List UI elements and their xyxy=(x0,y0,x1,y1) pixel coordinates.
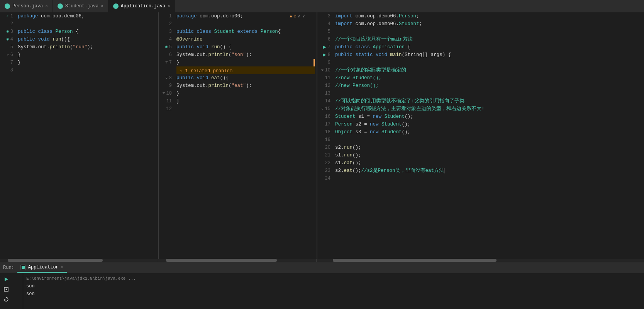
tab-bar: Person.java × Student.java × Application… xyxy=(0,0,644,12)
tab-label-application: Application.java xyxy=(121,3,165,9)
code-line-p1: package com.oop.demo06; xyxy=(18,12,156,20)
tab-label-student: Student.java xyxy=(65,3,98,9)
ln-a9: 9 xyxy=(317,59,330,66)
rerun-icon xyxy=(3,297,9,302)
bp-icon-3: ◉ xyxy=(7,28,9,36)
output-line-2: son xyxy=(26,290,641,298)
code-line-p7: } xyxy=(18,59,156,66)
ln-a7: ▶ 7 xyxy=(317,43,330,51)
code-line-p3: public class Person { xyxy=(18,28,156,36)
warn-icon: ⚠ xyxy=(180,68,182,74)
ln-s11: 11 xyxy=(159,97,172,105)
line-numbers-student: 1 2 3 4 ◉ 5 6 ▽ 7 ▽ 8 9 ▽ 10 1 xyxy=(159,12,175,259)
warn-area: ▲ 2 ∧ ∨ xyxy=(290,13,305,19)
code-line-a15: //对象能执行哪些方法，主要看对象左边的类型，和右边关系不大! xyxy=(335,105,642,113)
code-line-p5: System.out.println("run"); xyxy=(18,43,156,51)
ln-1: ✓1 xyxy=(0,12,13,20)
code-line-a12: //new Person(); xyxy=(335,82,642,90)
ln-a10: ▽ 10 xyxy=(317,66,330,74)
tab-close-application[interactable]: × xyxy=(168,4,170,8)
run-label: Run: xyxy=(0,265,17,270)
code-line-a5 xyxy=(335,28,642,36)
run-tab-icon xyxy=(20,265,26,270)
code-application: import com.oop.demo06.Person; import com… xyxy=(334,12,644,259)
code-line-a10: //一个对象的实际类型是确定的 xyxy=(335,66,642,74)
tab-label-person: Person.java xyxy=(12,3,43,9)
code-line-a8: public static void main(String[] args) { xyxy=(335,51,642,59)
code-line-a19 xyxy=(335,136,642,144)
ln-s12: 12 xyxy=(159,105,172,113)
bp-arrow-8: ▶ xyxy=(323,51,326,59)
ln-8: 8 xyxy=(0,66,13,74)
tab-icon-application xyxy=(113,3,119,9)
code-line-s7: } xyxy=(176,59,315,66)
scrollbar-row xyxy=(0,259,644,262)
run-tab[interactable]: Application × xyxy=(17,262,67,273)
bottom-output: E:\environment\java\jdk1.8\bin\java.exe … xyxy=(23,273,644,309)
rerun-button[interactable] xyxy=(2,295,11,304)
ln-s2: 2 xyxy=(159,20,172,28)
fold-icon-s7[interactable]: ▽ xyxy=(165,59,167,66)
warn-text: 1 related problem xyxy=(185,68,232,74)
tab-close-person[interactable]: × xyxy=(45,4,48,8)
ln-s9: 9 xyxy=(159,82,172,90)
code-line-a6: //一个项目应该只有一个main方法 xyxy=(335,36,642,43)
ln-s7: ▽ 7 xyxy=(159,59,172,66)
code-student: package com.oop.demo06; public class Stu… xyxy=(175,12,317,259)
ln-a14: 14 xyxy=(317,97,330,105)
stop-button[interactable] xyxy=(2,285,11,294)
bottom-panel: Run: Application × xyxy=(0,262,644,309)
ln-a6: 6 xyxy=(317,36,330,43)
scroll-thumb-1[interactable] xyxy=(8,259,102,262)
cmd-text: E:\environment\java\jdk1.8\bin\java.exe … xyxy=(26,276,136,281)
fold-icon-a15[interactable]: ▽ xyxy=(321,105,323,113)
fold-icon-s10[interactable]: ▽ xyxy=(163,90,164,97)
line-numbers-app: 3 4 5 6 ▶ 7 ▶ 8 9 ▽ 10 11 12 13 14 ▽ 15 xyxy=(317,12,334,259)
ln-6: ▽ 6 xyxy=(0,51,13,59)
bp-icon-4: ◉ xyxy=(7,36,9,43)
code-line-s9: System.out.println("eat"); xyxy=(176,82,315,90)
run-tab-close[interactable]: × xyxy=(61,265,64,270)
code-line-a11: //new Student(); xyxy=(335,74,642,82)
output-text-1: son xyxy=(26,284,35,289)
fold-icon-a10[interactable]: ▽ xyxy=(321,66,323,74)
run-button[interactable] xyxy=(2,275,11,284)
fold-icon-6[interactable]: ▽ xyxy=(7,51,8,59)
nav-down-icon[interactable]: ∨ xyxy=(302,13,305,19)
scroll-thumb-3[interactable] xyxy=(333,259,497,262)
warn-triangle-icon: ▲ xyxy=(290,14,292,19)
code-line-a23: s2.eat();//s2是Person类，里面没有eat方法 xyxy=(335,167,642,175)
tab-student[interactable]: Student.java × xyxy=(53,0,108,12)
tab-application[interactable]: Application.java × xyxy=(108,0,175,12)
scrollbar-pane1 xyxy=(0,259,158,262)
tab-icon-person xyxy=(5,3,10,9)
tab-close-student[interactable]: × xyxy=(101,4,103,8)
code-line-a21: s1.run(); xyxy=(335,151,642,159)
ln-a8: ▶ 8 xyxy=(317,51,330,59)
ln-3: ◉ 3 xyxy=(0,28,13,36)
cmd-line: E:\environment\java\jdk1.8\bin\java.exe … xyxy=(26,275,641,282)
ln-s4: 4 xyxy=(159,36,172,43)
nav-up-icon[interactable]: ∧ xyxy=(298,13,301,19)
code-line-a3: import com.oop.demo06.Person; xyxy=(335,12,642,20)
code-line-s4: @Override xyxy=(176,36,315,43)
line-numbers-person: ✓1 2 ◉ 3 ◉ 4 5 ▽ 6 7 8 xyxy=(0,12,16,259)
code-line-a20: s2.run(); xyxy=(335,144,642,151)
ln-a13: 13 xyxy=(317,90,330,97)
ln-a20: 20 xyxy=(317,144,330,151)
code-line-a7: public class Application { xyxy=(335,43,642,51)
code-line-p6: } xyxy=(18,51,156,59)
ln-a3: 3 xyxy=(317,12,330,20)
code-line-s3: public class Student extends Person{ xyxy=(176,28,315,36)
play-icon xyxy=(3,277,9,282)
bottom-sidebar xyxy=(0,273,23,309)
scroll-thumb-2[interactable] xyxy=(166,259,276,262)
svg-marker-0 xyxy=(5,277,8,281)
code-line-a18: Object s3 = new Student(); xyxy=(335,128,642,136)
code-line-p2 xyxy=(18,20,156,28)
run-tab-square xyxy=(22,266,25,269)
ln-a16: 16 xyxy=(317,113,330,121)
fold-icon-s8[interactable]: ▽ xyxy=(165,74,167,82)
check-icon: ✓ xyxy=(7,12,9,20)
tab-person[interactable]: Person.java × xyxy=(0,0,53,12)
